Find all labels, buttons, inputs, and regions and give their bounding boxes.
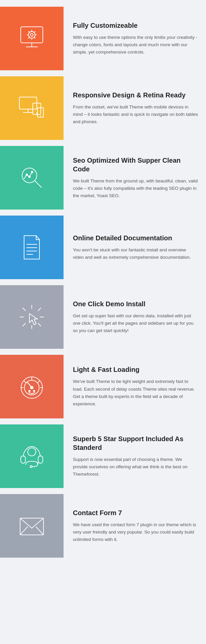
svg-line-34 (38, 323, 41, 326)
svg-line-11 (34, 31, 35, 32)
svg-point-50 (30, 466, 32, 468)
feature-title-demo: One Click Demo Install (73, 300, 198, 308)
feature-content-responsive: Responsive Design & Retina Ready From th… (64, 76, 206, 140)
svg-point-46 (29, 390, 30, 392)
demo-icon (17, 302, 47, 332)
feature-item-documentation: Online Detailed Documentation You won't … (0, 216, 206, 279)
feature-title-responsive: Responsive Design & Retina Ready (73, 91, 198, 99)
contact-icon (17, 511, 47, 541)
responsive-icon (17, 93, 47, 123)
svg-line-42 (38, 381, 40, 383)
feature-title-contact: Contact Form 7 (73, 508, 198, 517)
feature-title-loading: Light & Fast Loading (73, 365, 198, 374)
feature-desc-loading: We've built Theme to be light weight and… (73, 378, 198, 408)
feature-list: Fully Customizeable With easy to use the… (0, 0, 206, 570)
feature-content-support: Superb 5 Star Support Included As Stande… (64, 424, 206, 488)
svg-line-35 (38, 308, 41, 311)
feature-title-documentation: Online Detailed Documentation (73, 234, 198, 242)
feature-item-demo: One Click Demo Install Get set up super … (0, 285, 206, 349)
feature-icon-box-responsive (0, 76, 64, 140)
feature-icon-box-loading (0, 355, 64, 418)
feature-content-loading: Light & Fast Loading We've built Theme t… (64, 355, 206, 418)
feature-content-seo: Seo Optimized With Supper Clean Code We … (64, 146, 206, 210)
feature-desc-documentation: You won't be stuck with our fantastic in… (73, 246, 198, 261)
svg-line-36 (23, 323, 25, 326)
feature-title-support: Superb 5 Star Support Included As Stande… (73, 434, 198, 452)
svg-line-53 (20, 527, 27, 535)
feature-item-fully-customizeable: Fully Customizeable With easy to use the… (0, 7, 206, 70)
svg-point-45 (30, 386, 33, 389)
svg-rect-0 (21, 27, 43, 43)
feature-icon-box-customizeable (0, 7, 64, 70)
feature-desc-demo: Get set up super fast with our demo data… (73, 312, 198, 335)
feature-desc-responsive: From the outset, we've built Theme with … (73, 103, 198, 126)
svg-point-51 (28, 448, 36, 456)
svg-point-22 (26, 174, 28, 176)
feature-item-support: Superb 5 Star Support Included As Stande… (0, 424, 206, 488)
feature-icon-box-seo (0, 146, 64, 210)
customizeable-icon (17, 23, 47, 54)
svg-point-23 (29, 176, 30, 178)
feature-title-seo: Seo Optimized With Supper Clean Code (73, 156, 198, 173)
svg-line-33 (23, 308, 25, 311)
svg-rect-52 (20, 518, 43, 535)
feature-item-contact: Contact Form 7 We have used the contact … (0, 494, 206, 558)
feature-icon-box-contact (0, 494, 64, 558)
svg-line-12 (28, 37, 29, 38)
support-icon (17, 441, 47, 471)
feature-content-demo: One Click Demo Install Get set up super … (64, 285, 206, 349)
svg-line-21 (35, 181, 41, 187)
feature-item-responsive: Responsive Design & Retina Ready From th… (0, 76, 206, 140)
feature-title-customizeable: Fully Customizeable (73, 21, 198, 30)
svg-rect-48 (21, 456, 25, 463)
svg-line-54 (36, 527, 43, 535)
svg-line-40 (24, 381, 26, 383)
svg-point-47 (33, 390, 35, 392)
seo-icon (17, 163, 47, 193)
feature-icon-box-documentation (0, 216, 64, 279)
svg-point-4 (30, 33, 33, 36)
feature-item-loading: Light & Fast Loading We've built Theme t… (0, 355, 206, 418)
feature-content-customizeable: Fully Customizeable With easy to use the… (64, 7, 206, 70)
feature-desc-seo: We built Theme from the ground up, with … (73, 177, 198, 200)
documentation-icon (17, 232, 47, 262)
feature-icon-box-support (0, 424, 64, 488)
feature-desc-contact: We have used the contact form 7 plugin i… (73, 521, 198, 544)
loading-icon (17, 372, 47, 402)
feature-icon-box-demo (0, 285, 64, 349)
feature-item-seo: Seo Optimized With Supper Clean Code We … (0, 146, 206, 210)
svg-line-9 (28, 31, 29, 32)
svg-rect-49 (38, 456, 43, 463)
feature-content-contact: Contact Form 7 We have used the contact … (64, 494, 206, 558)
feature-desc-customizeable: With easy to use theme options the only … (73, 34, 198, 56)
feature-desc-support: Support is now essential part of choosin… (73, 456, 198, 478)
svg-point-24 (31, 171, 33, 173)
svg-line-10 (34, 37, 35, 38)
feature-content-documentation: Online Detailed Documentation You won't … (64, 216, 206, 279)
